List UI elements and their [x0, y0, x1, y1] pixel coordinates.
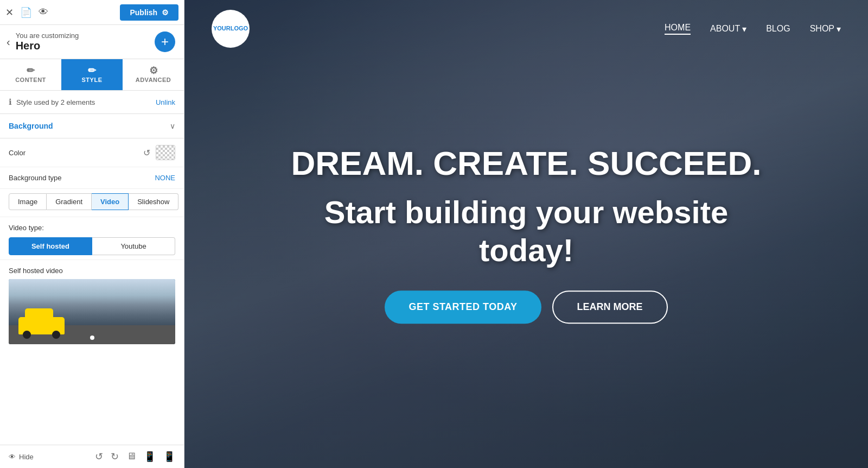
mobile-icon[interactable]: 📱: [163, 451, 175, 463]
taxi: [18, 317, 65, 334]
hero-title: DREAM. CREATE. SUCCEED.: [282, 144, 770, 182]
tab-advanced[interactable]: ⚙ ADVANCED: [123, 59, 184, 90]
right-preview: YOURLOGO HOME ABOUT ▾ BLOG SHOP ▾ DREAM.…: [184, 0, 868, 468]
gear-icon: ⚙: [162, 8, 169, 17]
get-started-button[interactable]: GET STARTED TODAY: [385, 291, 541, 324]
nav-blog[interactable]: BLOG: [766, 24, 790, 34]
info-icon: ℹ: [9, 97, 12, 107]
undo-icon[interactable]: ↺: [95, 451, 103, 463]
add-button[interactable]: +: [155, 31, 175, 52]
hero-buttons: GET STARTED TODAY LEARN MORE: [282, 291, 770, 324]
video-type-buttons: Self hosted Youtube: [9, 237, 175, 255]
learn-more-button[interactable]: LEARN MORE: [552, 291, 668, 324]
top-bar: ✕ 📄 👁 Publish ⚙: [0, 0, 184, 25]
eye-icon[interactable]: 👁: [39, 7, 48, 18]
advanced-label: ADVANCED: [136, 77, 171, 83]
nav-links: HOME ABOUT ▾ BLOG SHOP ▾: [665, 23, 841, 35]
color-controls: ↺: [143, 145, 175, 160]
hero-content: DREAM. CREATE. SUCCEED. Start building y…: [282, 144, 770, 324]
style-notice-text: Style used by 2 elements: [16, 98, 95, 106]
content-label: CONTENT: [15, 77, 46, 83]
color-swatch[interactable]: [156, 145, 175, 160]
tabs: ✏ CONTENT ✏ STYLE ⚙ ADVANCED: [0, 59, 184, 91]
customizing-title: Hero: [16, 40, 79, 52]
publish-label: Publish: [130, 8, 157, 17]
type-btn-image[interactable]: Image: [9, 193, 47, 210]
bottom-bar: 👁 Hide ↺ ↻ 🖥 📱 📱: [0, 445, 184, 468]
logo-text: YOURLOGO: [213, 25, 248, 32]
tab-content[interactable]: ✏ CONTENT: [0, 59, 61, 90]
tablet-icon[interactable]: 📱: [144, 451, 156, 463]
style-notice: ℹ Style used by 2 elements Unlink: [0, 91, 184, 114]
bg-type-row: Background type NONE: [0, 167, 184, 189]
shop-chevron: ▾: [837, 24, 841, 34]
desktop-icon[interactable]: 🖥: [126, 451, 136, 463]
none-button[interactable]: NONE: [155, 174, 175, 182]
nav-home[interactable]: HOME: [665, 23, 691, 35]
customizing-text: You are customizing Hero: [16, 31, 79, 52]
bg-type-label: Background type: [9, 174, 62, 182]
unlink-button[interactable]: Unlink: [156, 98, 175, 106]
background-title: Background: [9, 122, 53, 130]
video-type-self-hosted[interactable]: Self hosted: [9, 237, 92, 255]
nav-about[interactable]: ABOUT ▾: [710, 24, 746, 34]
video-type-youtube[interactable]: Youtube: [92, 237, 175, 255]
color-row: Color ↺: [0, 138, 184, 167]
hide-button[interactable]: 👁 Hide: [9, 453, 34, 461]
preview-navbar: YOURLOGO HOME ABOUT ▾ BLOG SHOP ▾: [184, 0, 868, 58]
customizing-label: You are customizing: [16, 31, 79, 40]
document-icon[interactable]: 📄: [20, 7, 32, 18]
left-panel: ✕ 📄 👁 Publish ⚙ ‹ You are customizing He…: [0, 0, 184, 468]
redo-icon[interactable]: ↻: [111, 451, 119, 463]
self-hosted-label: Self hosted video: [9, 267, 175, 275]
type-btn-video[interactable]: Video: [92, 193, 129, 210]
type-btn-slideshow[interactable]: Slideshow: [129, 193, 178, 210]
hide-label: Hide: [19, 453, 34, 461]
customizing-left: ‹ You are customizing Hero: [7, 31, 79, 52]
refresh-icon[interactable]: ↺: [143, 148, 150, 158]
publish-button[interactable]: Publish ⚙: [120, 4, 178, 21]
video-thumbnail[interactable]: [9, 279, 175, 344]
content-icon: ✏: [27, 65, 35, 77]
bottom-icons: ↺ ↻ 🖥 📱 📱: [95, 451, 175, 463]
chevron-down-icon: ∨: [170, 122, 175, 130]
style-notice-left: ℹ Style used by 2 elements: [9, 97, 95, 107]
tab-style[interactable]: ✏ STYLE: [61, 59, 123, 90]
hero-subtitle: Start building your website today!: [282, 194, 770, 269]
customizing-header: ‹ You are customizing Hero +: [0, 25, 184, 59]
eye-off-icon: 👁: [9, 453, 16, 461]
back-arrow-icon[interactable]: ‹: [7, 36, 10, 48]
top-bar-left: ✕ 📄 👁: [5, 7, 48, 18]
video-indicator: [90, 336, 94, 340]
style-section: Background ∨ Color ↺ Background type NON…: [0, 114, 184, 445]
video-section: Self hosted video: [0, 260, 184, 351]
color-label: Color: [9, 149, 25, 157]
taxi-scene: [9, 279, 175, 344]
style-label: STYLE: [82, 77, 103, 83]
background-section-header[interactable]: Background ∨: [0, 114, 184, 138]
logo: YOURLOGO: [212, 10, 250, 48]
video-type-row: Video type: Self hosted Youtube: [0, 217, 184, 260]
close-icon[interactable]: ✕: [5, 7, 14, 18]
about-chevron: ▾: [742, 24, 746, 34]
dot-active: [90, 336, 94, 340]
style-icon: ✏: [88, 65, 96, 77]
video-type-label: Video type:: [9, 224, 175, 232]
type-buttons: Image Gradient Video Slideshow: [0, 189, 184, 217]
advanced-icon: ⚙: [149, 65, 158, 77]
type-btn-gradient[interactable]: Gradient: [47, 193, 92, 210]
nav-shop[interactable]: SHOP ▾: [810, 24, 841, 34]
